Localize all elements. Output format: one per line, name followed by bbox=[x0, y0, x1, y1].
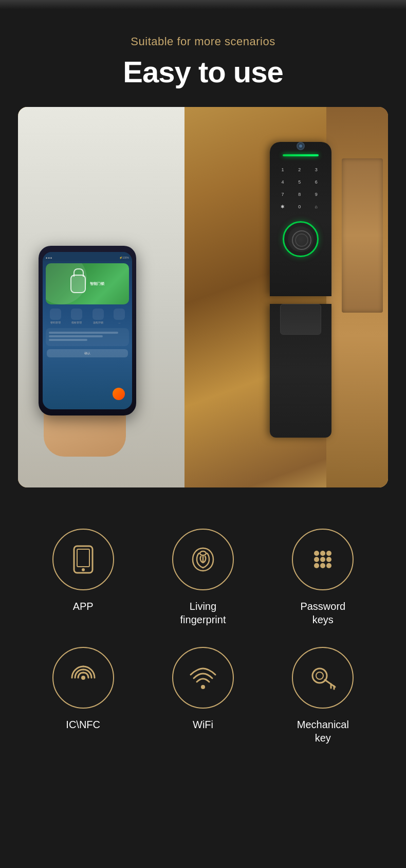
feature-fingerprint: Livingfingerprint bbox=[148, 529, 257, 626]
wifi-icon-circle bbox=[172, 647, 234, 709]
lock-lower-body bbox=[270, 304, 331, 438]
svg-point-15 bbox=[312, 668, 327, 683]
lock-upper-body: 1 2 3 4 5 6 7 8 9 ✱ 0 ⌂ bbox=[270, 142, 331, 296]
key-2: 2 bbox=[294, 166, 305, 174]
lock-status-bar bbox=[283, 154, 319, 156]
key-1: 1 bbox=[278, 166, 288, 174]
svg-rect-1 bbox=[77, 549, 89, 567]
app-menu-item-2: 指纹管理 bbox=[71, 309, 82, 324]
feature-wifi: WiFi bbox=[148, 647, 257, 745]
phone-device: ■ ■ ■ ⚡100% 智能门锁 密码管理 bbox=[39, 246, 136, 415]
svg-point-9 bbox=[326, 557, 331, 562]
card-reader bbox=[280, 304, 321, 335]
svg-point-8 bbox=[320, 557, 325, 562]
app-menu-item-3: 远程开锁 bbox=[93, 309, 104, 324]
app-label: APP bbox=[73, 600, 94, 613]
nfc-label: IC\NFC bbox=[66, 718, 100, 731]
top-image-strip bbox=[0, 0, 406, 9]
lock-keypad: 1 2 3 4 5 6 7 8 9 ✱ 0 ⌂ bbox=[278, 160, 324, 216]
key-6: 6 bbox=[311, 178, 321, 186]
svg-point-16 bbox=[316, 672, 323, 679]
smart-lock-device: 1 2 3 4 5 6 7 8 9 ✱ 0 ⌂ bbox=[270, 133, 337, 421]
nfc-icon bbox=[67, 661, 100, 694]
features-section: APP Livingfingerprint bbox=[0, 503, 406, 775]
svg-point-7 bbox=[314, 557, 319, 562]
svg-point-2 bbox=[82, 568, 85, 571]
fingerprint-icon-circle bbox=[172, 529, 234, 590]
grid-icon bbox=[306, 543, 339, 576]
phone-in-hand: ■ ■ ■ ⚡100% 智能门锁 密码管理 bbox=[33, 261, 167, 457]
svg-point-13 bbox=[81, 676, 85, 680]
key-hash: ⌂ bbox=[311, 203, 321, 211]
features-grid: APP Livingfingerprint bbox=[28, 529, 378, 745]
password-icon-circle bbox=[292, 529, 354, 590]
key-3: 3 bbox=[311, 166, 321, 174]
svg-point-4 bbox=[314, 551, 319, 556]
key-7: 7 bbox=[278, 190, 288, 198]
key-icon-circle bbox=[292, 647, 354, 709]
key-8: 8 bbox=[294, 190, 305, 198]
phone-screen: ■ ■ ■ ⚡100% 智能门锁 密码管理 bbox=[43, 252, 132, 409]
app-menu-item-4: ... bbox=[114, 309, 125, 324]
app-bottom-button: 确认 bbox=[47, 349, 128, 357]
feature-nfc: IC\NFC bbox=[28, 647, 138, 745]
password-label: Passwordkeys bbox=[300, 600, 345, 626]
nfc-icon-circle bbox=[52, 647, 114, 709]
app-menu-item-1: 密码管理 bbox=[50, 309, 61, 324]
fingerprint-sensor bbox=[288, 226, 313, 252]
notification-badge bbox=[113, 388, 125, 400]
svg-point-6 bbox=[326, 551, 331, 556]
feature-password: Passwordkeys bbox=[268, 529, 378, 626]
key-9: 9 bbox=[311, 190, 321, 198]
key-0: 0 bbox=[294, 203, 305, 211]
app-header: ■ ■ ■ ⚡100% bbox=[43, 252, 132, 261]
svg-point-14 bbox=[201, 685, 205, 689]
app-lock-icon bbox=[70, 275, 86, 293]
app-lock-card: 智能门锁 bbox=[46, 263, 129, 304]
app-info-card bbox=[46, 328, 129, 346]
subtitle: Suitable for more scenarios bbox=[15, 35, 391, 48]
feature-app: APP bbox=[28, 529, 138, 626]
app-icon-circle bbox=[52, 529, 114, 590]
fingerprint-ring bbox=[283, 221, 319, 257]
product-image: 1 2 3 4 5 6 7 8 9 ✱ 0 ⌂ bbox=[18, 107, 388, 487]
wifi-icon bbox=[187, 661, 219, 694]
svg-point-5 bbox=[320, 551, 325, 556]
svg-point-3 bbox=[200, 551, 206, 555]
main-title: Easy to use bbox=[15, 55, 391, 89]
feature-mechanical-key: Mechanicalkey bbox=[268, 647, 378, 745]
key-star: ✱ bbox=[278, 203, 288, 211]
hero-section: Suitable for more scenarios Easy to use … bbox=[0, 9, 406, 503]
lock-camera bbox=[297, 142, 305, 150]
svg-point-12 bbox=[326, 563, 331, 568]
key-icon bbox=[306, 661, 339, 694]
key-5: 5 bbox=[294, 178, 305, 186]
fingerprint-icon bbox=[187, 543, 219, 576]
phone-icon bbox=[67, 543, 100, 576]
svg-point-10 bbox=[314, 563, 319, 568]
fingerprint-label: Livingfingerprint bbox=[180, 600, 226, 626]
mechanical-key-label: Mechanicalkey bbox=[297, 718, 349, 745]
key-4: 4 bbox=[278, 178, 288, 186]
svg-point-11 bbox=[320, 563, 325, 568]
app-menu: 密码管理 指纹管理 远程开锁 ... bbox=[43, 306, 132, 326]
wifi-label: WiFi bbox=[193, 718, 213, 731]
